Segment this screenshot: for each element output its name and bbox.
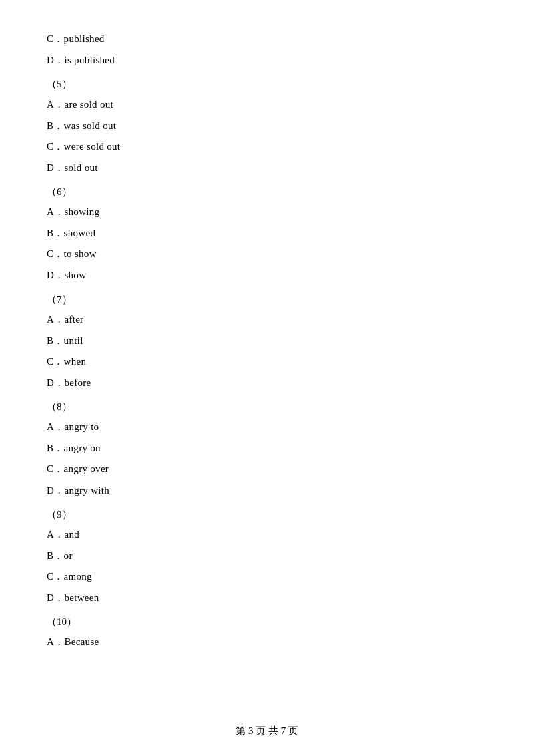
question-5-label: （5）: [47, 78, 487, 91]
option-5d: D．sold out: [47, 160, 487, 177]
option-8c: C．angry over: [47, 461, 487, 478]
page-content: C．published D．is published （5） A．are sol…: [0, 0, 534, 695]
option-7a: A．after: [47, 311, 487, 329]
option-9b: B．or: [47, 548, 487, 565]
option-6d: D．show: [47, 267, 487, 285]
option-5a: A．are sold out: [47, 96, 487, 114]
option-6c: C．to show: [47, 246, 487, 263]
option-7d: D．before: [47, 375, 487, 392]
question-6-label: （6）: [47, 186, 487, 198]
option-9c: C．among: [47, 568, 487, 586]
option-8a: A．angry to: [47, 419, 487, 436]
option-7b: B．until: [47, 333, 487, 350]
question-9-label: （9）: [47, 508, 487, 521]
option-5b: B．was sold out: [47, 118, 487, 135]
option-7c: C．when: [47, 353, 487, 371]
option-10a: A．Because: [47, 634, 487, 651]
option-8b: B．angry on: [47, 440, 487, 457]
option-c-published: C．published: [47, 31, 487, 48]
option-5c: C．were sold out: [47, 138, 487, 156]
option-8d: D．angry with: [47, 482, 487, 500]
option-6a: A．showing: [47, 204, 487, 221]
option-d-is-published: D．is published: [47, 52, 487, 69]
footer-text: 第 3 页 共 7 页: [236, 725, 298, 736]
question-10-label: （10）: [47, 616, 487, 628]
option-6b: B．showed: [47, 225, 487, 242]
question-7-label: （7）: [47, 293, 487, 306]
page-footer: 第 3 页 共 7 页: [0, 725, 534, 737]
question-8-label: （8）: [47, 401, 487, 413]
option-9d: D．between: [47, 590, 487, 607]
option-9a: A．and: [47, 526, 487, 544]
